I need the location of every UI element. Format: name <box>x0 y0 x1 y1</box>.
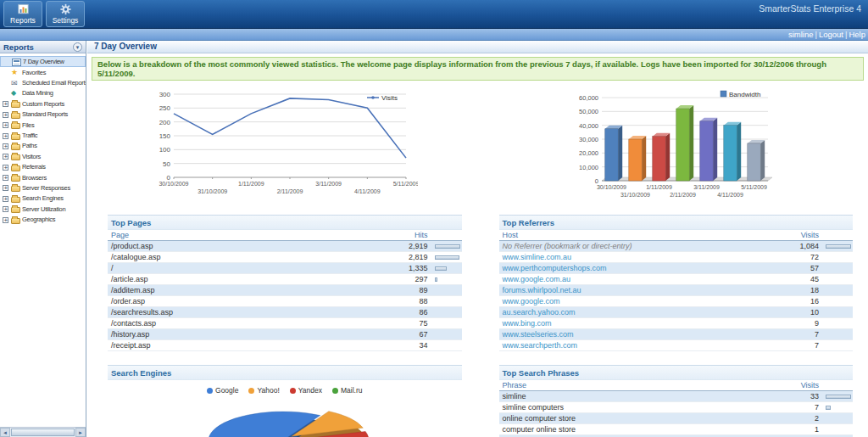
referrer-link[interactable]: www.perthcomputershops.com <box>503 264 607 272</box>
row-label: /contacts.asp <box>111 319 156 328</box>
sidebar-item-browsers[interactable]: Browsers <box>0 172 86 182</box>
logout-link[interactable]: Logout <box>819 30 843 39</box>
value-bar <box>435 255 459 260</box>
row-value: 7 <box>773 329 822 340</box>
sidebar-item-paths[interactable]: Paths <box>0 141 86 151</box>
row-bar-cell <box>822 241 853 252</box>
expand-plus-icon[interactable] <box>3 122 8 128</box>
sidebar-item-7-day-overview[interactable]: 7 Day Overview <box>0 56 86 67</box>
svg-text:3/11/2009: 3/11/2009 <box>316 181 342 187</box>
svg-text:30/10/2009: 30/10/2009 <box>159 181 189 187</box>
overview-icon <box>12 59 21 66</box>
sidebar-item-custom-reports[interactable]: Custom Reports <box>0 98 86 109</box>
sidebar-item-favorites[interactable]: Favorites <box>0 67 86 77</box>
scroll-thumb[interactable] <box>11 429 75 436</box>
link-separator: | <box>815 30 816 39</box>
expand-plus-icon[interactable] <box>3 133 8 139</box>
sidebar-item-standard-reports[interactable]: Standard Reports <box>0 109 86 120</box>
scroll-right-arrow[interactable]: ► <box>75 428 86 437</box>
nav-reports-button[interactable]: Reports <box>3 1 42 27</box>
sidebar-collapse-button[interactable]: ▼ <box>73 42 82 52</box>
row-label: computer online store <box>503 425 576 434</box>
referrer-link[interactable]: www.steelseries.com <box>503 330 574 339</box>
scroll-left-arrow[interactable]: ◄ <box>0 428 10 437</box>
row-bar-cell <box>822 402 853 413</box>
sidebar-item-geographics[interactable]: Geographics <box>0 214 86 224</box>
sidebar-item-server-utilization[interactable]: Server Utilization <box>0 204 86 214</box>
legend-label: Yahoo! <box>257 386 279 395</box>
row-bar-cell <box>822 424 853 435</box>
referrer-link[interactable]: www.google.com.au <box>503 275 571 283</box>
row-value: 33 <box>773 391 822 402</box>
search-engines-pie-chart <box>192 396 378 437</box>
sidebar-item-label: Search Engines <box>22 194 64 202</box>
table-row: No Referrer (bookmark or direct-entry)1,… <box>499 241 854 252</box>
folder-icon <box>11 176 20 182</box>
row-value: 1,084 <box>773 241 822 252</box>
row-value: 7 <box>773 340 822 351</box>
search-engines-section: Search Engines GoogleYahoo!YandexMail.ru <box>108 365 462 437</box>
sidebar-item-label: Server Responses <box>22 184 70 192</box>
sidebar-item-label: Referrals <box>22 163 46 171</box>
expand-plus-icon[interactable] <box>3 101 8 107</box>
expand-plus-icon[interactable] <box>3 196 8 202</box>
value-bar <box>826 406 831 410</box>
bar-column-spacer <box>431 230 462 241</box>
row-bar-cell <box>822 413 853 424</box>
expand-plus-icon[interactable] <box>3 143 8 149</box>
expand-plus-icon[interactable] <box>3 175 8 181</box>
svg-text:50,000: 50,000 <box>579 108 598 115</box>
table-row: au.search.yahoo.com10 <box>499 307 854 318</box>
reports-tree: 7 Day OverviewFavoritesScheduled Email R… <box>0 53 86 225</box>
sidebar-item-scheduled-email-reports[interactable]: Scheduled Email Reports <box>0 77 86 87</box>
row-label-cell: au.search.yahoo.com <box>499 307 774 318</box>
row-label-cell: www.searchperth.com <box>499 340 774 351</box>
referrer-link[interactable]: www.simline.com.au <box>503 253 572 261</box>
expand-plus-icon[interactable] <box>3 154 8 160</box>
referrer-link[interactable]: www.google.com <box>503 297 560 305</box>
expand-plus-icon[interactable] <box>3 165 8 171</box>
table-row: forums.whirlpool.net.au18 <box>499 285 854 296</box>
expand-plus-icon[interactable] <box>3 112 8 118</box>
svg-text:2/11/2009: 2/11/2009 <box>277 188 303 194</box>
referrer-link[interactable]: www.searchperth.com <box>503 341 578 350</box>
table-header-row: Host Visits <box>499 230 854 241</box>
row-label-cell: /catalogue.asp <box>108 252 382 263</box>
expand-plus-icon[interactable] <box>3 206 8 212</box>
referrer-link[interactable]: au.search.yahoo.com <box>503 308 576 317</box>
folder-icon <box>11 207 20 213</box>
row-bar-cell <box>431 329 462 340</box>
sidebar-item-referrals[interactable]: Referrals <box>0 162 86 172</box>
sidebar-item-label: Standard Reports <box>22 110 68 118</box>
help-link[interactable]: Help <box>849 30 865 39</box>
row-label-cell: / <box>108 263 382 274</box>
row-bar-cell <box>431 307 462 318</box>
expand-plus-icon[interactable] <box>3 185 8 191</box>
referrer-link[interactable]: forums.whirlpool.net.au <box>503 286 581 294</box>
svg-text:5/11/2009: 5/11/2009 <box>741 184 767 190</box>
table-row: computer online store1 <box>499 424 854 435</box>
mining-icon <box>11 89 20 98</box>
sidebar-item-visitors[interactable]: Visitors <box>0 151 86 161</box>
nav-settings-label: Settings <box>53 16 79 25</box>
expander-spacer <box>3 59 10 65</box>
sidebar-item-search-engines[interactable]: Search Engines <box>0 193 86 204</box>
sidebar-item-server-responses[interactable]: Server Responses <box>0 182 86 193</box>
table-row: /history.asp67 <box>108 329 462 340</box>
folder-icon <box>11 123 20 129</box>
column-header-visits: Visits <box>773 230 822 241</box>
gear-icon <box>59 3 72 15</box>
sidebar-item-data-mining[interactable]: Data Mining <box>0 88 86 98</box>
expand-plus-icon[interactable] <box>3 217 8 223</box>
sidebar-item-label: Browsers <box>22 174 47 182</box>
sidebar-horizontal-scrollbar[interactable]: ◄ ► <box>0 427 86 437</box>
svg-text:31/10/2009: 31/10/2009 <box>620 192 650 198</box>
row-bar-cell <box>822 296 853 307</box>
nav-settings-button[interactable]: Settings <box>46 1 85 27</box>
value-bar <box>435 244 460 249</box>
sidebar-item-files[interactable]: Files <box>0 120 86 130</box>
user-account-link[interactable]: simline <box>788 30 814 39</box>
sidebar-item-traffic[interactable]: Traffic <box>0 130 86 140</box>
row-bar-cell <box>431 285 462 296</box>
referrer-link[interactable]: www.bing.com <box>503 319 552 328</box>
